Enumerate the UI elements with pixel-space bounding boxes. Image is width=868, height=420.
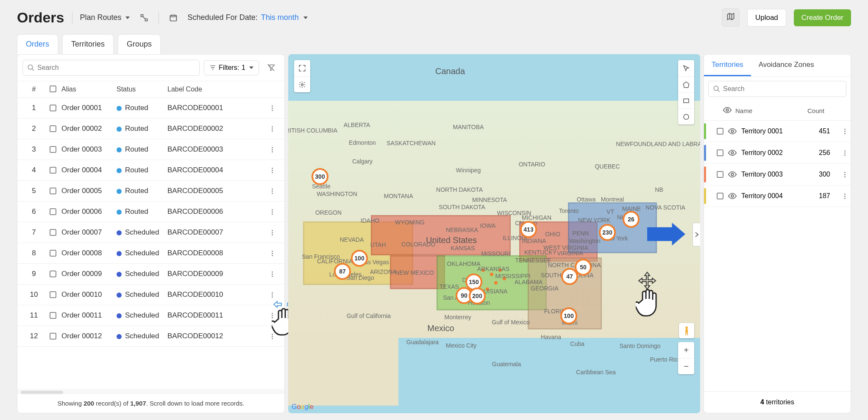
territory-checkbox[interactable] xyxy=(717,128,723,135)
territory-checkbox[interactable] xyxy=(717,149,723,156)
header-alias[interactable]: Alias xyxy=(61,86,117,93)
upload-button[interactable]: Upload xyxy=(747,9,786,27)
row-menu-button[interactable] xyxy=(266,147,278,152)
territory-menu-button[interactable] xyxy=(844,172,846,177)
territory-menu-button[interactable] xyxy=(844,193,846,199)
map-cluster-pin[interactable]: 26 xyxy=(623,211,640,228)
rp-head-count[interactable]: Count xyxy=(807,107,833,114)
row-checkbox[interactable] xyxy=(50,333,56,340)
row-checkbox[interactable] xyxy=(50,125,56,132)
filters-button[interactable]: Filters: 1 xyxy=(204,60,259,75)
map-cluster-pin[interactable]: 200 xyxy=(469,287,486,304)
row-checkbox[interactable] xyxy=(50,146,56,153)
table-row[interactable]: 6Order 00006RoutedBARCODE00006 xyxy=(17,202,284,222)
territories-search-input[interactable] xyxy=(721,83,842,95)
map-cluster-pin[interactable]: 230 xyxy=(599,224,616,241)
rp-tab-territories[interactable]: Territories xyxy=(704,55,751,76)
table-row[interactable]: 5Order 00005RoutedBARCODE00005 xyxy=(17,181,284,202)
map-label: Winnipeg xyxy=(456,167,481,174)
orders-search-input[interactable] xyxy=(35,61,195,74)
calendar-icon[interactable] xyxy=(167,11,180,25)
header-num[interactable]: # xyxy=(23,86,45,93)
map-cluster-pin[interactable]: 100 xyxy=(351,250,368,267)
row-checkbox[interactable] xyxy=(50,312,56,319)
route-icon-button[interactable] xyxy=(137,11,151,25)
scheduled-date-filter[interactable]: Scheduled For Date: This month xyxy=(188,13,308,22)
row-menu-button[interactable] xyxy=(266,105,278,111)
tab-orders[interactable]: Orders xyxy=(17,34,58,54)
table-row[interactable]: 1Order 00001RoutedBARCODE00001 xyxy=(17,98,284,119)
territory-menu-button[interactable] xyxy=(844,150,846,156)
orders-grid-body[interactable]: 1Order 00001RoutedBARCODE000012Order 000… xyxy=(17,98,284,389)
map-zoom-out[interactable]: − xyxy=(678,358,694,374)
map-fullscreen-button[interactable] xyxy=(294,60,310,76)
eye-icon[interactable] xyxy=(728,191,737,201)
map-circle-tool[interactable] xyxy=(678,108,694,124)
map-toggle-button[interactable] xyxy=(722,8,740,27)
territory-row[interactable]: Territory 0002256 xyxy=(704,142,851,164)
map-cluster-pin[interactable]: 300 xyxy=(312,168,328,185)
map-pointer-tool[interactable] xyxy=(678,60,694,76)
map-polygon-tool[interactable] xyxy=(678,76,694,92)
svg-rect-0 xyxy=(170,15,176,21)
map-cluster-pin[interactable]: 413 xyxy=(520,221,537,238)
row-menu-button[interactable] xyxy=(266,271,278,277)
select-all-checkbox[interactable] xyxy=(50,86,56,92)
orders-search[interactable] xyxy=(22,60,200,76)
table-row[interactable]: 4Order 00004RoutedBARCODE00004 xyxy=(17,160,284,181)
territory-menu-button[interactable] xyxy=(844,129,846,134)
horizontal-scrollbar[interactable] xyxy=(17,389,284,393)
row-menu-button[interactable] xyxy=(266,230,278,235)
row-checkbox[interactable] xyxy=(50,167,56,174)
map-rectangle-tool[interactable] xyxy=(678,92,694,108)
tab-territories[interactable]: Territories xyxy=(62,34,114,54)
map-panel[interactable]: CanadaUnited StatesMexicoBRITISH COLUMBI… xyxy=(288,54,700,413)
map-cluster-pin[interactable]: 47 xyxy=(561,268,578,285)
plan-routes-dropdown[interactable]: Plan Routes xyxy=(80,13,130,22)
table-row[interactable]: 3Order 00003RoutedBARCODE00003 xyxy=(17,139,284,160)
map-cluster-pin[interactable]: 87 xyxy=(334,263,351,280)
table-row[interactable]: 10Order 00010ScheduledBARCODE00010 xyxy=(17,285,284,305)
header-status[interactable]: Status xyxy=(117,86,167,93)
table-row[interactable]: 2Order 00002RoutedBARCODE00002 xyxy=(17,119,284,139)
table-row[interactable]: 12Order 00012ScheduledBARCODE00012 xyxy=(17,326,284,347)
territory-checkbox[interactable] xyxy=(717,171,723,178)
territory-checkbox[interactable] xyxy=(717,193,723,199)
row-checkbox[interactable] xyxy=(50,291,56,298)
territory-row[interactable]: Territory 0004187 xyxy=(704,185,851,207)
row-menu-button[interactable] xyxy=(266,188,278,194)
territories-search[interactable] xyxy=(708,81,846,97)
row-checkbox[interactable] xyxy=(50,271,56,277)
eye-icon[interactable] xyxy=(728,148,737,158)
row-menu-button[interactable] xyxy=(266,251,278,256)
map-zoom-in[interactable]: + xyxy=(678,342,694,358)
territory-row[interactable]: Territory 0001451 xyxy=(704,121,851,142)
eye-icon[interactable] xyxy=(728,170,737,179)
row-checkbox[interactable] xyxy=(50,208,56,215)
map-settings-button[interactable] xyxy=(294,76,310,92)
table-row[interactable]: 9Order 00009ScheduledBARCODE00009 xyxy=(17,264,284,285)
table-row[interactable]: 8Order 00008ScheduledBARCODE00008 xyxy=(17,243,284,264)
row-menu-button[interactable] xyxy=(266,209,278,215)
territory-row[interactable]: Territory 0003300 xyxy=(704,164,851,185)
territories-list[interactable]: Territory 0001451Territory 0002256Territ… xyxy=(704,121,851,391)
row-checkbox[interactable] xyxy=(50,105,56,111)
clear-filter-button[interactable] xyxy=(263,60,279,76)
row-menu-button[interactable] xyxy=(266,292,278,298)
map-side-collapse[interactable] xyxy=(693,223,700,246)
rp-tab-avoidance[interactable]: Avoidance Zones xyxy=(751,55,822,76)
row-checkbox[interactable] xyxy=(50,250,56,257)
table-row[interactable]: 11Order 00011ScheduledBARCODE00011 xyxy=(17,305,284,326)
map-pegman[interactable] xyxy=(679,323,694,338)
rp-head-name[interactable]: Name xyxy=(735,107,804,114)
header-label[interactable]: Label Code xyxy=(167,86,266,93)
row-menu-button[interactable] xyxy=(266,168,278,173)
create-order-button[interactable]: Create Order xyxy=(794,9,851,26)
tab-groups[interactable]: Groups xyxy=(118,34,161,54)
eye-icon[interactable] xyxy=(728,127,737,136)
table-row[interactable]: 7Order 00007ScheduledBARCODE00007 xyxy=(17,222,284,243)
row-checkbox[interactable] xyxy=(50,229,56,236)
map-cluster-pin[interactable]: 100 xyxy=(560,307,577,324)
row-checkbox[interactable] xyxy=(50,188,56,194)
row-menu-button[interactable] xyxy=(266,126,278,132)
